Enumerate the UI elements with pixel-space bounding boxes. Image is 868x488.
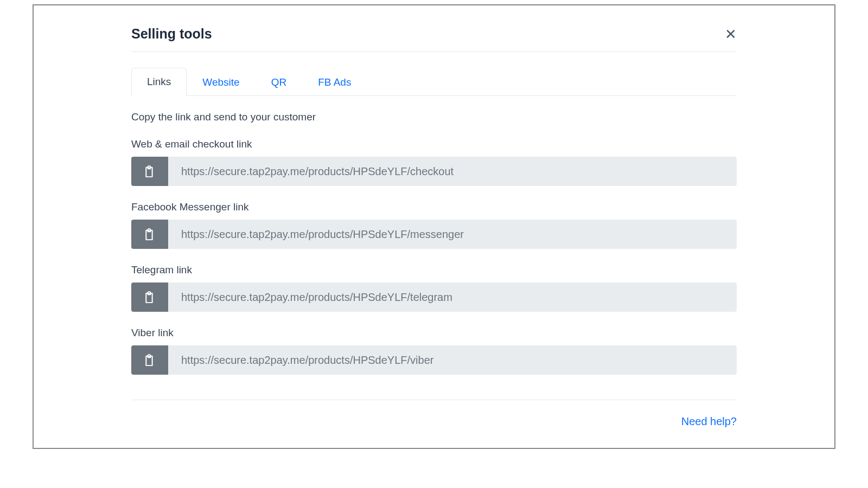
close-icon: ✕ (725, 26, 737, 42)
link-group-telegram: Telegram link https://secure.tap2pay.me/… (131, 264, 737, 312)
modal-frame: Selling tools ✕ Links Website QR FB Ads … (33, 4, 835, 449)
intro-text: Copy the link and send to your customer (131, 111, 737, 123)
tab-website[interactable]: Website (187, 68, 255, 96)
close-button[interactable]: ✕ (725, 27, 737, 41)
tab-qr[interactable]: QR (256, 68, 303, 96)
link-url-field[interactable]: https://secure.tap2pay.me/products/HPSde… (168, 345, 737, 375)
copy-button[interactable] (131, 157, 168, 186)
tab-label: Links (147, 76, 171, 87)
tabs-row: Links Website QR FB Ads (131, 67, 737, 96)
modal-footer: Need help? (131, 400, 737, 428)
tab-label: QR (271, 76, 287, 88)
copy-button[interactable] (131, 282, 168, 312)
copy-button[interactable] (131, 345, 168, 375)
link-group-checkout: Web & email checkout link https://secure… (131, 138, 737, 186)
need-help-link[interactable]: Need help? (681, 415, 737, 428)
modal-header: Selling tools ✕ (131, 26, 737, 52)
tab-label: FB Ads (318, 76, 351, 88)
link-url-field[interactable]: https://secure.tap2pay.me/products/HPSde… (168, 220, 737, 249)
link-label: Web & email checkout link (131, 138, 737, 150)
tab-fb-ads[interactable]: FB Ads (302, 68, 367, 96)
link-group-viber: Viber link https://secure.tap2pay.me/pro… (131, 327, 737, 375)
link-label: Telegram link (131, 264, 737, 276)
link-row: https://secure.tap2pay.me/products/HPSde… (131, 220, 737, 249)
link-row: https://secure.tap2pay.me/products/HPSde… (131, 157, 737, 186)
link-label: Viber link (131, 327, 737, 339)
clipboard-icon (145, 165, 155, 177)
link-group-messenger: Facebook Messenger link https://secure.t… (131, 201, 737, 249)
link-url-field[interactable]: https://secure.tap2pay.me/products/HPSde… (168, 157, 737, 186)
tab-links[interactable]: Links (131, 68, 187, 96)
link-url-field[interactable]: https://secure.tap2pay.me/products/HPSde… (168, 282, 737, 312)
copy-button[interactable] (131, 220, 168, 249)
modal-title: Selling tools (131, 26, 212, 42)
tab-label: Website (202, 76, 239, 88)
clipboard-icon (145, 354, 155, 366)
link-row: https://secure.tap2pay.me/products/HPSde… (131, 282, 737, 312)
link-row: https://secure.tap2pay.me/products/HPSde… (131, 345, 737, 375)
modal-content: Selling tools ✕ Links Website QR FB Ads … (34, 5, 834, 428)
clipboard-icon (145, 291, 155, 303)
clipboard-icon (145, 228, 155, 240)
link-label: Facebook Messenger link (131, 201, 737, 213)
